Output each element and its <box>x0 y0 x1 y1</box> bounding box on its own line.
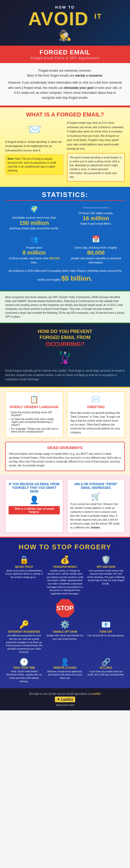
envelope-grid: ✉ ✉ ✉ ✉ ✉ ✉ ✉ ✉ ✉ ✉ <box>67 206 125 210</box>
stat-microsoft: According to a 2014 Microsoft Computing … <box>5 269 125 284</box>
luxsci-logo: ✦ LuxSci <box>55 696 75 702</box>
dead-title: Dead giveaways <box>9 445 121 450</box>
stat-item-4: 📅 Every day, phishing tricks roughly 80,… <box>67 234 125 265</box>
footer-text: Brought to you by the secure email speci… <box>5 692 125 695</box>
prevent-section: HOW DO YOU PREVENT FORGED EMAIL FROM OCC… <box>0 323 130 387</box>
urgent-check-1: Does the email's wording seem off? Rushe… <box>9 411 60 417</box>
what-right: A forged email may look as if it's from … <box>67 121 125 182</box>
warning-grid: 📋 Overly urgent language Does the email'… <box>5 392 125 438</box>
goal-box: The goal of email spoofing or email forg… <box>67 153 125 182</box>
prevent-desc: Email forgers typically go for volume ov… <box>5 369 125 381</box>
spf-text: Most companies and email networks use SP… <box>5 295 125 319</box>
stop-item-no-links: 🔗 No links If you have any doubts about … <box>87 658 125 683</box>
url-text: If you receive an email from 'Amazon' bu… <box>71 502 122 529</box>
two-col-layout: If you receive an email from yourself th… <box>5 479 125 533</box>
stats-title: STATISTICS: <box>5 191 125 200</box>
url-warning-card: URLs or strange "from" email addresses 🛒… <box>67 479 125 533</box>
money-icon: 💰 <box>46 555 84 564</box>
what-left: 📨 A forged email or 'email spoofing' is … <box>5 121 63 175</box>
stat-row-2: 👥 People open 8 million of those emails,… <box>5 234 125 265</box>
what-section: WHAT IS A FORGED EMAIL? 📨 A forged email… <box>0 107 130 187</box>
stat-item-3: 👥 People open 8 million of those emails,… <box>5 234 63 265</box>
urgent-icon: 📋 <box>9 395 60 404</box>
villain-icon: 🦹 <box>5 351 125 366</box>
greeting-icon: ✉️ <box>71 395 122 404</box>
header-section: HOW TO AVOID IT 🕵️ <box>0 0 130 45</box>
dead-text: Odd punctuation and strange usage of cap… <box>9 452 121 467</box>
amazon-icon: 🛒 <box>71 492 122 501</box>
greeting-text: Most fake emails use general greetings l… <box>71 411 122 434</box>
forged-title: FORGED EMAIL <box>5 49 125 56</box>
key-icon: 🔑 <box>5 620 43 629</box>
stop-item-spf-dkim: 🛡️ SPF and DKIM Use a premium email serv… <box>87 555 125 595</box>
user-icon: 👤 <box>60 658 70 666</box>
statistics-section: STATISTICS: 🌍 Unreliable sources send mo… <box>0 187 130 290</box>
prevent-title: HOW DO YOU PREVENT FORGED EMAIL FROM OCC… <box>5 329 125 348</box>
stat-item-2: ✉ ✉ ✉ ✉ ✉ ✉ ✉ ✉ ✉ ✉ Of those 150 million… <box>67 205 125 230</box>
self-sent-card: If you receive an email from yourself th… <box>5 479 63 533</box>
stop-item-take-time: 🕐 Take your time TAKE YOUR TIME WHEN REA… <box>5 658 43 683</box>
stop-item-never-trust: 🔒 Never trust Never trust email as authe… <box>5 555 43 595</box>
link-icon: 🔗 <box>101 658 111 666</box>
stop-item-passwords: 🔑 Different passwords Use different pass… <box>5 620 43 654</box>
stop-title: HOW TO STOP FORGERY <box>5 543 125 551</box>
stop-item-transfer-money: 💰 Transfer money transfer money or chang… <box>46 555 84 595</box>
self-sent-badge: This is a telltale sign of email forgery… <box>9 506 60 515</box>
calendar-icon: 📅 <box>67 234 125 244</box>
gear-icon: ⚙️ <box>46 620 84 629</box>
note-box: Note: Note: The act of trying to acquire… <box>5 155 63 175</box>
urgent-title: Overly urgent language <box>9 405 60 409</box>
stop-item-enable-spf: ⚙️ Enable SPF DKIM Enable SPF, DKIM and … <box>46 620 84 654</box>
footer-url: www.luxsci.com <box>5 704 125 707</box>
intro-text: Forged emails are extremely common. Most… <box>8 68 122 78</box>
luxsci-icon: ✦ <box>57 697 60 702</box>
forged-banner: FORGED EMAIL Forged Email Facts & SPF Si… <box>0 45 130 63</box>
urgent-check-3: For example: 'Please pay your bill now o… <box>9 427 60 433</box>
people-icon: 👥 <box>5 234 63 244</box>
stop-item-remove-aliases: 👤 Remove aliases Remove unused email add… <box>46 658 84 683</box>
forged-subtitle: Forged Email Facts & SPF Significance <box>5 56 125 60</box>
self-sent-title: If you receive an email from yourself th… <box>9 482 60 493</box>
intro-detail: However, if you accidentally share infor… <box>8 80 122 100</box>
person-icon: 👤 <box>9 495 60 504</box>
hacker-icon: 🕵️ <box>5 29 125 42</box>
email-icon: 📨 <box>5 121 63 138</box>
stat-item-1: 🌍 Unreliable sources send more than 150 … <box>5 205 63 230</box>
greeting-title: Greeting <box>71 405 122 409</box>
dead-giveaways-card: Dead giveaways Odd punctuation and stran… <box>5 442 125 471</box>
stop-item-turn-off: 📧 Turn off Turn off auto-fill on all ema… <box>87 620 125 654</box>
spf-section: Most companies and email networks use SP… <box>0 290 130 323</box>
stop-bottom-row: 🕐 Take your time TAKE YOUR TIME WHEN REA… <box>5 658 125 683</box>
greeting-card: ✉️ Greeting Most fake emails use general… <box>67 392 125 438</box>
warning-section: 📋 Overly urgent language Does the email'… <box>0 388 130 475</box>
urgent-check-2: Or does the email's tone seem overly urg… <box>9 418 60 426</box>
stop-section: HOW TO STOP FORGERY 🔒 Never trust Never … <box>0 538 130 688</box>
stop-sign-area: STOP <box>5 599 125 617</box>
shield-icon: 🛡️ <box>87 555 125 564</box>
url-title: URLs or strange "from" email addresses <box>71 482 122 490</box>
clock-icon: 🕐 <box>19 658 29 666</box>
self-sent-section: If you receive an email from yourself th… <box>0 475 130 537</box>
urgent-card: 📋 Overly urgent language Does the email'… <box>5 392 63 438</box>
what-title: WHAT IS A FORGED EMAIL? <box>5 111 125 118</box>
avoid-text: AVOID IT <box>5 9 125 28</box>
stop-sign: STOP <box>56 599 74 617</box>
email-off-icon: 📧 <box>87 620 125 629</box>
stop-grid: 🔒 Never trust Never trust email as authe… <box>5 555 125 595</box>
globe-icon: 🌍 <box>5 205 63 214</box>
footer-section: Brought to you by the secure email speci… <box>0 688 130 710</box>
intro-section: Forged emails are extremely common. Most… <box>0 63 130 106</box>
stop-grid-2: 🔑 Different passwords Use different pass… <box>5 620 125 654</box>
stat-row-1: 🌍 Unreliable sources send more than 150 … <box>5 205 125 230</box>
lock-icon: 🔒 <box>5 555 43 564</box>
